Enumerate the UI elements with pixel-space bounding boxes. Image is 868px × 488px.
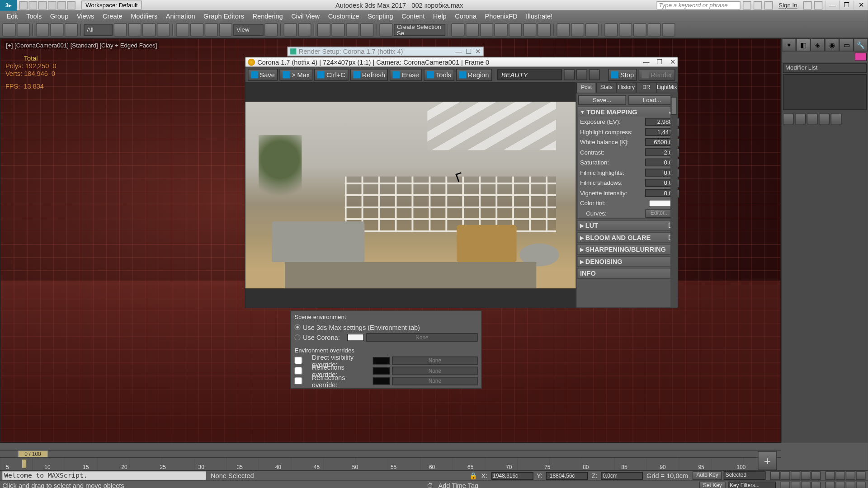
corona-zoom-region-button[interactable] bbox=[589, 69, 600, 80]
menu-modifiers[interactable]: Modifiers bbox=[127, 11, 162, 21]
unlink-button[interactable] bbox=[50, 23, 63, 36]
menu-views[interactable]: Views bbox=[73, 11, 99, 21]
menu-help[interactable]: Help bbox=[429, 11, 451, 21]
corona-titlebar[interactable]: Corona 1.7 (hotfix 4) | 724×407px (1:1) … bbox=[245, 57, 678, 67]
maximize-button[interactable]: ☐ bbox=[839, 0, 854, 10]
autokey-button[interactable]: Auto Key bbox=[693, 471, 722, 480]
track-bar[interactable]: 5101520253035404550556065707580859095100 bbox=[0, 457, 781, 470]
qat-new-icon[interactable] bbox=[19, 1, 28, 9]
reflections-map[interactable]: None bbox=[392, 366, 477, 375]
material-editor-button[interactable] bbox=[538, 23, 551, 36]
workspace-dropdown[interactable]: Workspace: Default bbox=[81, 0, 142, 9]
keyboard-button[interactable] bbox=[298, 23, 311, 36]
snap-button[interactable] bbox=[317, 23, 330, 36]
setkey-button[interactable]: Set Key bbox=[699, 482, 726, 488]
ribbon-button[interactable] bbox=[495, 23, 508, 36]
extra1-button[interactable] bbox=[604, 23, 618, 36]
nav-zoomregion-button[interactable] bbox=[835, 482, 845, 488]
next-frame-button[interactable] bbox=[801, 471, 811, 480]
star-icon[interactable] bbox=[754, 1, 762, 9]
qat-undo-icon[interactable] bbox=[48, 1, 57, 9]
menu-content[interactable]: Content bbox=[397, 11, 429, 21]
timeconfig-button[interactable] bbox=[780, 482, 790, 488]
angle-snap-button[interactable] bbox=[331, 23, 344, 36]
layers-button[interactable] bbox=[480, 23, 493, 36]
use-max-radio[interactable] bbox=[294, 324, 300, 330]
z-coord-field[interactable]: 0,0cm bbox=[601, 472, 643, 479]
section-sharpening-header[interactable]: ▶SHARPENING/BLURRING bbox=[578, 245, 676, 254]
render-frame-button[interactable] bbox=[571, 23, 584, 36]
qat-link-icon[interactable] bbox=[67, 1, 75, 9]
section-bloom-header[interactable]: ▶BLOOM AND GLARE☐ bbox=[578, 233, 676, 242]
select-name-button[interactable] bbox=[128, 23, 141, 36]
reflections-color[interactable] bbox=[373, 367, 390, 374]
menu-animation[interactable]: Animation bbox=[162, 11, 199, 21]
redo-button[interactable] bbox=[17, 23, 30, 36]
contrast-spinner[interactable]: 2,0 bbox=[645, 148, 674, 156]
render-setup-titlebar-inactive[interactable]: Render Setup: Corona 1.7 (hotfix 4) — ☐ … bbox=[288, 47, 484, 56]
panel-modify-tab[interactable]: ◧ bbox=[796, 38, 811, 52]
extra5-button[interactable] bbox=[662, 23, 675, 36]
close-button[interactable]: ✕ bbox=[854, 0, 868, 10]
stack-config-button[interactable] bbox=[831, 114, 842, 125]
stack-remove-button[interactable] bbox=[819, 114, 830, 125]
corona-render-view[interactable] bbox=[245, 83, 576, 308]
saturation-spinner[interactable]: 0,0 bbox=[645, 159, 674, 166]
infocenter-icon[interactable] bbox=[743, 1, 751, 9]
viewport-label[interactable]: [+] [CoronaCamera001] [Standard] [Clay +… bbox=[4, 41, 159, 49]
nav-pan-button[interactable] bbox=[826, 471, 835, 480]
nav-zoom2-button[interactable] bbox=[826, 482, 835, 488]
qat-save-icon[interactable] bbox=[38, 1, 47, 9]
corona-panel-scrollbar[interactable] bbox=[670, 92, 678, 308]
maximize-viewport-button[interactable]: + bbox=[758, 451, 777, 470]
nav-zoomall-button[interactable] bbox=[846, 471, 855, 480]
panel-utilities-tab[interactable]: 🔧 bbox=[854, 38, 868, 52]
corona-close-button[interactable]: ✕ bbox=[670, 58, 675, 66]
panel-create-tab[interactable]: ✦ bbox=[782, 38, 796, 52]
corona-tomax-button[interactable]: > Max bbox=[279, 69, 312, 80]
section-tonemapping-header[interactable]: ▼TONE MAPPING✔ bbox=[578, 107, 676, 117]
corona-region-button[interactable]: Region bbox=[456, 69, 492, 80]
exposure-spinner[interactable]: 2,988 bbox=[645, 118, 674, 126]
render-button[interactable] bbox=[585, 23, 599, 36]
corona-minimize-button[interactable]: — bbox=[643, 58, 650, 66]
pivot-button[interactable] bbox=[264, 23, 278, 36]
named-selection-dropdown[interactable]: Create Selection Se bbox=[394, 23, 445, 35]
highlight-spinner[interactable]: 1,441 bbox=[645, 128, 674, 136]
corona-env-map[interactable]: None bbox=[366, 333, 477, 342]
time-slider-handle[interactable]: 0 / 100 bbox=[18, 450, 48, 457]
corona-zoom-fit-button[interactable] bbox=[564, 69, 575, 80]
modifier-list-dropdown[interactable]: Modifier List bbox=[783, 63, 867, 73]
corona-zoom-100-button[interactable] bbox=[576, 69, 587, 80]
select-rect-button[interactable] bbox=[142, 23, 156, 36]
curves-editor-button[interactable]: Editor... bbox=[645, 209, 674, 218]
keyfilters-button[interactable]: Key Filters... bbox=[728, 482, 776, 488]
editnamed-button[interactable] bbox=[379, 23, 392, 36]
corona-save-button[interactable]: Save bbox=[248, 69, 278, 80]
qat-redo-icon[interactable] bbox=[57, 1, 66, 9]
user-icon[interactable] bbox=[764, 1, 773, 9]
nav-orbit-button[interactable] bbox=[791, 482, 800, 488]
refcoord-dropdown[interactable]: View bbox=[233, 23, 263, 35]
filmic-highlights-spinner[interactable]: 0,0 bbox=[645, 169, 674, 176]
corona-tab-stats[interactable]: Stats bbox=[596, 83, 616, 94]
add-time-tag[interactable]: Add Time Tag bbox=[438, 482, 478, 488]
rotate-button[interactable] bbox=[190, 23, 203, 36]
qat-open-icon[interactable] bbox=[29, 1, 38, 9]
signin-link[interactable]: Sign In bbox=[775, 2, 801, 9]
panel-hierarchy-tab[interactable]: ◈ bbox=[811, 38, 825, 52]
timetag-icon[interactable]: ⏱ bbox=[427, 482, 434, 488]
menu-grapheditors[interactable]: Graph Editors bbox=[199, 11, 248, 21]
play-button[interactable] bbox=[791, 471, 800, 480]
exchange-icon[interactable] bbox=[803, 1, 812, 9]
filmic-shadows-spinner[interactable]: 0,0 bbox=[645, 179, 674, 187]
link-button[interactable] bbox=[36, 23, 49, 36]
undo-button[interactable] bbox=[2, 23, 15, 36]
curve-editor-button[interactable] bbox=[509, 23, 522, 36]
render-setup-close-button[interactable]: — ☐ ✕ bbox=[455, 47, 481, 55]
goto-end-button[interactable] bbox=[811, 471, 821, 480]
select-window-button[interactable] bbox=[157, 23, 170, 36]
nav-walk-button[interactable] bbox=[801, 482, 811, 488]
corona-refresh-button[interactable]: Refresh bbox=[350, 69, 388, 80]
place-button[interactable] bbox=[219, 23, 232, 36]
